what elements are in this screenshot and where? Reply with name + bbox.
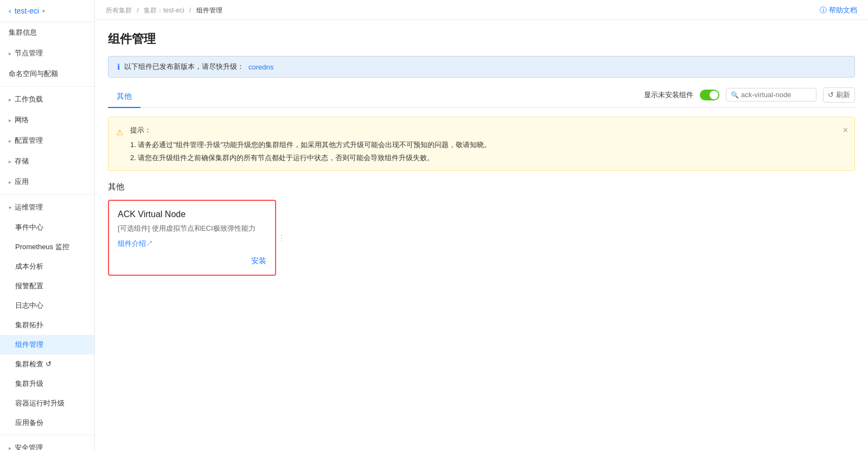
back-icon: ‹: [9, 7, 11, 15]
sidebar-item-app[interactable]: 应用: [0, 172, 94, 192]
tabs-list: 其他: [108, 86, 141, 107]
chevron-right-icon: [9, 179, 11, 185]
sidebar-item-security-mgmt[interactable]: 安全管理: [0, 438, 94, 450]
components-grid: ACK Virtual Node [可选组件] 使用虚拟节点和ECI极致弹性能力…: [108, 200, 855, 276]
breadcrumb-cluster[interactable]: test-eci: [163, 7, 184, 14]
warning-line-2: 2. 请您在升级组件之前确保集群内的所有节点都处于运行中状态，否则可能会导致组件…: [130, 151, 846, 164]
divider-1: [0, 86, 94, 87]
tab-others[interactable]: 其他: [108, 86, 141, 108]
warning-notice: ⚠ 提示： 1. 请务必通过"组件管理-升级"功能升级您的集群组件，如采用其他方…: [108, 117, 855, 171]
show-uninstalled-toggle[interactable]: [700, 90, 719, 100]
sidebar-item-ops-mgmt[interactable]: 运维管理: [0, 197, 94, 218]
chevron-down-icon: [9, 205, 11, 211]
sidebar-item-alert-config[interactable]: 报警配置: [0, 276, 94, 296]
warning-close-button[interactable]: ×: [843, 123, 848, 138]
toolbar: 显示未安装组件 🔍 ↺ 刷新: [644, 87, 855, 107]
sidebar-item-container-runtime[interactable]: 容器运行时升级: [0, 394, 94, 413]
sidebar-item-component-mgmt[interactable]: 组件管理: [0, 335, 94, 354]
sidebar-item-cost-analysis[interactable]: 成本分析: [0, 257, 94, 276]
sidebar-item-cluster-topology[interactable]: 集群拓扑: [0, 315, 94, 335]
cluster-selector[interactable]: ‹ test-eci: [0, 0, 94, 22]
card-intro-link[interactable]: 组件介绍↗: [118, 239, 266, 249]
toggle-slider: [700, 90, 719, 100]
coredns-link[interactable]: coredns: [248, 63, 273, 71]
top-bar: 所有集群 / 集群：test-eci / 组件管理 ⓘ 帮助文档: [95, 0, 868, 20]
card-desc: [可选组件] 使用虚拟节点和ECI极致弹性能力: [118, 224, 266, 233]
dropdown-icon: [42, 8, 45, 14]
chevron-right-icon: [9, 138, 11, 144]
breadcrumb: 所有集群 / 集群：test-eci / 组件管理: [106, 6, 222, 15]
content-area: 组件管理 ℹ 以下组件已发布新版本，请尽快升级： coredns 其他 显示未安…: [95, 20, 868, 450]
tabs-bar: 其他 显示未安装组件 🔍 ↺ 刷新: [108, 86, 855, 108]
divider-2: [0, 194, 94, 195]
cluster-name: test-eci: [15, 7, 39, 15]
page-title: 组件管理: [108, 31, 855, 47]
search-icon: 🔍: [731, 91, 739, 99]
sidebar-item-log-center[interactable]: 日志中心: [0, 296, 94, 315]
warning-line-1: 1. 请务必通过"组件管理-升级"功能升级您的集群组件，如采用其他方式升级可能会…: [130, 138, 846, 151]
breadcrumb-all-clusters[interactable]: 所有集群: [106, 7, 132, 14]
sidebar-item-workload[interactable]: 工作负载: [0, 89, 94, 110]
drag-handle[interactable]: ⋮: [277, 233, 286, 243]
upgrade-banner: ℹ 以下组件已发布新版本，请尽快升级： coredns: [108, 56, 855, 78]
breadcrumb-current: 组件管理: [196, 7, 222, 14]
sidebar-item-storage[interactable]: 存储: [0, 151, 94, 172]
chevron-right-icon: [9, 117, 11, 123]
search-input[interactable]: [741, 91, 812, 99]
card-actions: 安装: [118, 256, 266, 266]
sidebar-item-cluster-check[interactable]: 集群检查 ↺: [0, 354, 94, 374]
sidebar-item-cluster-info[interactable]: 集群信息: [0, 22, 94, 43]
sidebar-item-config-mgmt[interactable]: 配置管理: [0, 130, 94, 151]
sidebar-item-prometheus[interactable]: Prometheus 监控: [0, 237, 94, 257]
chevron-right-icon: [9, 445, 11, 451]
refresh-button[interactable]: ↺ 刷新: [823, 87, 855, 103]
sidebar-item-event-center[interactable]: 事件中心: [0, 218, 94, 237]
sidebar-item-network[interactable]: 网络: [0, 110, 94, 130]
info-icon: ℹ: [117, 62, 120, 71]
chevron-right-icon: [9, 159, 11, 164]
refresh-icon: ↺: [828, 91, 834, 99]
sidebar-item-cluster-upgrade[interactable]: 集群升级: [0, 374, 94, 394]
help-icon: ⓘ: [820, 5, 827, 15]
sidebar-item-node-mgmt[interactable]: 节点管理: [0, 43, 94, 64]
sidebar-item-namespace[interactable]: 命名空间与配额: [0, 64, 94, 84]
show-uninstalled-label: 显示未安装组件: [644, 90, 693, 100]
divider-3: [0, 435, 94, 435]
card-title: ACK Virtual Node: [118, 210, 266, 219]
banner-text: 以下组件已发布新版本，请尽快升级：: [124, 62, 244, 72]
main-content: 所有集群 / 集群：test-eci / 组件管理 ⓘ 帮助文档 组件管理 ℹ …: [95, 0, 868, 450]
chevron-right-icon: [9, 97, 11, 103]
install-button[interactable]: 安装: [251, 256, 266, 266]
section-title: 其他: [108, 182, 855, 192]
search-box[interactable]: 🔍: [726, 88, 816, 102]
help-doc-link[interactable]: ⓘ 帮助文档: [820, 5, 857, 15]
warning-title: 提示：: [130, 124, 846, 136]
sidebar: ‹ test-eci 集群信息 节点管理 命名空间与配额 工作负载 网络 配置管…: [0, 0, 95, 450]
warning-icon: ⚠: [116, 125, 123, 140]
chevron-right-icon: [9, 50, 11, 56]
sidebar-item-app-backup[interactable]: 应用备份: [0, 413, 94, 433]
component-card-ack-virtual-node[interactable]: ACK Virtual Node [可选组件] 使用虚拟节点和ECI极致弹性能力…: [108, 200, 276, 276]
